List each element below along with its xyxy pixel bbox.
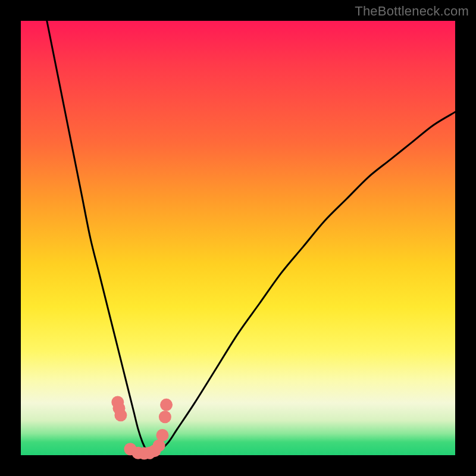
highlight-markers [111, 396, 173, 459]
highlight-marker [156, 429, 168, 441]
highlight-marker [160, 399, 173, 411]
highlight-marker [159, 411, 171, 423]
chart-frame: TheBottleneck.com [0, 0, 476, 476]
bottleneck-curve [47, 21, 455, 456]
curve-layer [21, 21, 455, 455]
plot-area [21, 21, 455, 455]
highlight-marker [114, 409, 127, 421]
watermark-text: TheBottleneck.com [355, 4, 469, 19]
